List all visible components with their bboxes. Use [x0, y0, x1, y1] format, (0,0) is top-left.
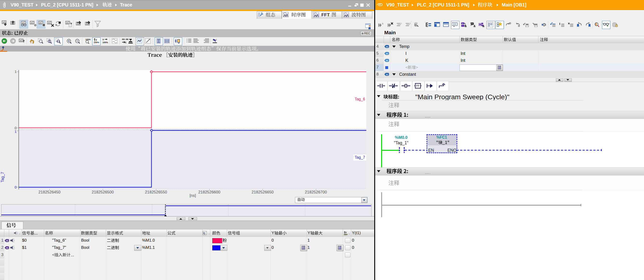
svg-text:100%: 100% — [86, 38, 90, 41]
svg-text:y: y — [96, 38, 97, 41]
svg-text:100%: 100% — [344, 234, 348, 235]
svg-text:01: 01 — [462, 23, 464, 24]
svg-text:100%: 100% — [94, 41, 99, 44]
svg-text:00:00: 00:00 — [122, 38, 128, 41]
svg-text:??: ?? — [416, 84, 419, 87]
svg-text:01: 01 — [386, 73, 388, 76]
svg-text:t: t — [125, 41, 126, 44]
svg-text:f(): f() — [203, 232, 206, 235]
svg-text:100%: 100% — [102, 41, 108, 44]
svg-text:01: 01 — [386, 45, 388, 48]
svg-text:01: 01 — [386, 59, 388, 62]
svg-text:01: 01 — [6, 247, 9, 249]
svg-text:x: x — [102, 38, 104, 41]
svg-text:01: 01 — [386, 52, 388, 55]
svg-text:01: 01 — [6, 240, 9, 242]
svg-text:y: y — [346, 231, 346, 234]
